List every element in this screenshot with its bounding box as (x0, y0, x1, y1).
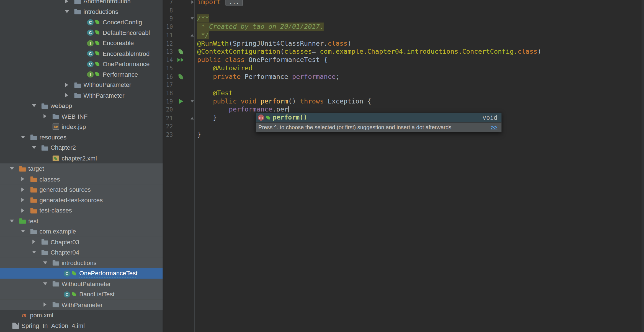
tree-item-pom-xml[interactable]: mpom.xml (0, 310, 163, 320)
chevron-expanded-icon[interactable] (21, 230, 25, 233)
code-line[interactable]: @Autowired (195, 64, 642, 72)
tree-item-classes[interactable]: classes (0, 174, 163, 184)
tree-item-chapter04[interactable]: Chapter04 (0, 247, 163, 258)
line-number: 15 (163, 65, 174, 72)
chevron-expanded-icon[interactable] (65, 10, 69, 13)
code-line[interactable]: public class OnePerformanceTest { (195, 56, 642, 64)
tree-item-concertconfig[interactable]: CConcertConfig (0, 17, 163, 27)
line-number: 17 (163, 82, 174, 88)
chevron-expanded-icon[interactable] (43, 282, 47, 285)
tree-item-chapter03[interactable]: Chapter03 (0, 237, 163, 247)
chevron-expanded-icon[interactable] (32, 146, 36, 149)
code-line[interactable]: @ContextConfiguration(classes= com.examp… (195, 48, 642, 56)
arrow-slot (42, 261, 53, 264)
chevron-collapsed-icon[interactable] (21, 208, 24, 212)
fold-marker-icon[interactable] (190, 17, 194, 20)
line-number: 19 (163, 98, 174, 105)
project-tree-panel[interactable]: AnotherIntroutionintroductionsCConcertCo… (0, 0, 163, 332)
chevron-expanded-icon[interactable] (32, 104, 36, 107)
tree-item-target[interactable]: target (0, 163, 163, 174)
tree-item-label: test (28, 217, 38, 224)
fold-marker-icon[interactable] (190, 34, 194, 37)
chevron-collapsed-icon[interactable] (43, 303, 46, 307)
tree-item-com-example[interactable]: com.example (0, 226, 163, 237)
tree-item-oneperformance[interactable]: COnePerformance (0, 59, 163, 69)
chevron-expanded-icon[interactable] (32, 251, 36, 254)
chevron-collapsed-icon[interactable] (21, 198, 24, 202)
chevron-collapsed-icon[interactable] (43, 114, 46, 118)
class-badge-icon (95, 51, 99, 56)
tree-item-webapp[interactable]: webapp (0, 100, 163, 111)
tree-item-label: EncoreableIntrod (103, 50, 150, 57)
tree-item-spring-in-action-4-iml[interactable]: Spring_In_Action_4.iml (0, 320, 163, 331)
tree-item-resources[interactable]: resources (0, 132, 163, 142)
tree-item-chapter2[interactable]: Chapter2 (0, 142, 163, 153)
code-line[interactable]: * Created by tao on 20/01/2017. (195, 23, 642, 31)
arrow-slot (64, 0, 74, 3)
arrow-slot (31, 104, 42, 107)
spring-bean-icon[interactable] (178, 74, 184, 79)
code-line[interactable]: import ... (195, 0, 642, 6)
editor-line-17: 17 (163, 81, 642, 89)
code-line[interactable]: private Performance performance; (195, 72, 642, 81)
tree-item-label: pom.xml (30, 312, 53, 318)
fold-marker-icon[interactable] (190, 100, 194, 103)
chevron-collapsed-icon[interactable] (65, 93, 68, 97)
tree-item-test[interactable]: test (0, 216, 163, 226)
tree-item-generated-sources[interactable]: generated-sources (0, 184, 163, 195)
fold-marker-icon[interactable] (191, 0, 194, 4)
line-number: 10 (163, 24, 174, 30)
chevron-collapsed-icon[interactable] (32, 240, 35, 244)
tree-item-defaultencoreabl[interactable]: CDefaultEncoreabl (0, 27, 163, 38)
tree-item-chapter2-xml[interactable]: chapter2.xml (0, 153, 163, 164)
folder-icon (30, 134, 37, 141)
tree-item-withparameter[interactable]: WithParameter (0, 299, 163, 310)
chevron-collapsed-icon[interactable] (21, 188, 24, 192)
chevron-expanded-icon[interactable] (43, 261, 47, 264)
tree-item-encoreableintrod[interactable]: CEncoreableIntrod (0, 48, 163, 59)
tree-item-label: Encoreable (103, 40, 134, 46)
editor-line-11: 11 */ (163, 31, 642, 39)
tree-item-generated-test-sources[interactable]: generated-test-sources (0, 195, 163, 205)
maven-icon: m (21, 312, 28, 318)
tree-item-test-classes[interactable]: test-classes (0, 205, 163, 216)
completion-item-perform[interactable]: m perform() void (256, 113, 501, 122)
arrow-slot (31, 251, 42, 254)
spring-leaf-icon[interactable] (178, 49, 184, 55)
tree-item-introductions[interactable]: introductions (0, 6, 163, 17)
tree-item-withouparameter[interactable]: WithouParameter (0, 80, 163, 90)
run-class-icon[interactable] (177, 58, 184, 62)
fold-marker-icon[interactable] (190, 117, 194, 119)
fold-slot (187, 17, 195, 20)
chevron-expanded-icon[interactable] (21, 136, 25, 139)
code-editor[interactable]: 7import ...89/**10 * Created by tao on 2… (163, 0, 644, 332)
spring-xml-icon (53, 155, 59, 161)
code-line[interactable]: public void perform() throws Exception { (195, 97, 642, 106)
tree-item-label: WithouParameter (83, 81, 131, 88)
class-badge-icon (72, 271, 76, 275)
tree-item-bandlisttest[interactable]: CBandListTest (0, 289, 163, 299)
chevron-collapsed-icon[interactable] (21, 177, 24, 181)
tree-item-web-inf[interactable]: WEB-INF (0, 111, 163, 121)
editor-scrollbar[interactable] (642, 0, 644, 332)
tree-item-encoreable[interactable]: IEncoreable (0, 38, 163, 48)
tree-item-label: WithoutPatameter (62, 280, 111, 287)
tree-item-withparameter[interactable]: WithParameter (0, 90, 163, 101)
tree-item-introductions[interactable]: introductions (0, 258, 163, 268)
completion-hint-more-link[interactable]: >> (491, 124, 497, 130)
chevron-expanded-icon[interactable] (10, 167, 14, 170)
tree-item-anotherintroution[interactable]: AnotherIntroution (0, 0, 163, 6)
chevron-expanded-icon[interactable] (10, 219, 14, 222)
code-line[interactable]: @RunWith(SpringJUnit4ClassRunner.class) (195, 39, 642, 48)
chevron-collapsed-icon[interactable] (65, 0, 68, 3)
code-line[interactable]: /** (195, 14, 642, 23)
code-line[interactable]: @Test (195, 89, 642, 97)
run-test-icon[interactable] (179, 99, 183, 104)
tree-item-index-jsp[interactable]: jspindex.jsp (0, 121, 163, 132)
tree-item-oneperformancetest[interactable]: COnePerformanceTest (0, 268, 163, 279)
tree-item-withoutpatameter[interactable]: WithoutPatameter (0, 279, 163, 289)
chevron-collapsed-icon[interactable] (65, 83, 68, 87)
code-line[interactable]: */ (195, 31, 642, 39)
tree-item-performance[interactable]: IPerformance (0, 69, 163, 80)
folded-code-chip[interactable]: ... (226, 0, 243, 6)
